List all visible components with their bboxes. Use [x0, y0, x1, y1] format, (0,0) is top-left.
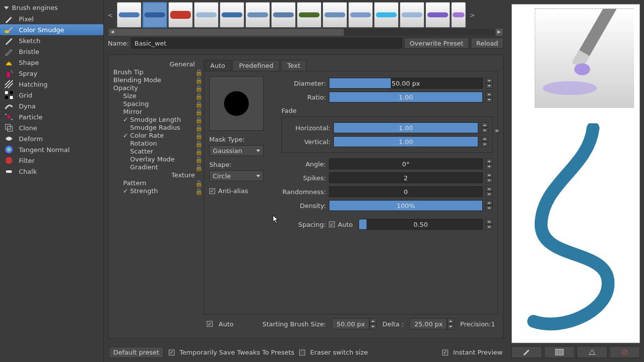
- tree-item-scatter[interactable]: Scatter🔒: [113, 147, 200, 155]
- clear-scratchpad-button[interactable]: [609, 346, 640, 358]
- ratio-slider[interactable]: 1.00: [329, 92, 483, 103]
- tree-item-pattern[interactable]: Pattern🔒: [113, 179, 200, 187]
- preset-thumb[interactable]: [322, 2, 347, 28]
- angle-slider[interactable]: 0°: [329, 158, 483, 169]
- sidebar-item-particle[interactable]: Particle: [0, 111, 103, 122]
- sidebar-item-chalk[interactable]: Chalk: [0, 166, 103, 177]
- sidebar-item-color-smudge[interactable]: Color Smudge: [0, 24, 103, 35]
- tree-item-smudge-length[interactable]: ✓Smudge Length🔒: [113, 115, 200, 123]
- preset-thumb[interactable]: [348, 2, 373, 28]
- sidebar-item-spray[interactable]: Spray: [0, 68, 103, 79]
- sidebar-item-deform[interactable]: Deform: [0, 133, 103, 144]
- tab-text[interactable]: Text: [281, 60, 307, 71]
- sidebar-item-shape[interactable]: Shape: [0, 57, 103, 68]
- default-preset-button[interactable]: Default preset: [109, 347, 164, 358]
- horizontal-spinner[interactable]: [481, 122, 488, 133]
- spacing-auto-checkbox[interactable]: [329, 221, 335, 227]
- tree-item-brush-tip[interactable]: Brush Tip🔒: [113, 68, 200, 76]
- tree-item-mirror[interactable]: Mirror🔒: [113, 107, 200, 115]
- diameter-slider[interactable]: 50.00 px: [329, 78, 483, 89]
- preset-name-input[interactable]: [131, 38, 402, 49]
- preset-thumb[interactable]: [425, 2, 450, 28]
- preset-thumb[interactable]: [245, 2, 270, 28]
- spikes-spinner[interactable]: [486, 172, 493, 183]
- spacing-slider[interactable]: 0.50: [359, 219, 483, 230]
- param-spacing: Spacing: Auto 0.50: [281, 217, 493, 231]
- sidebar-item-tangent-normal[interactable]: Tangent Normal: [0, 144, 103, 155]
- starting-brush-size-input[interactable]: [332, 318, 369, 329]
- particle-icon: [4, 112, 14, 122]
- tree-section-general[interactable]: General: [113, 60, 200, 68]
- sidebar-item-filter[interactable]: Filter: [0, 155, 103, 166]
- mask-type-dropdown[interactable]: Gaussian: [209, 145, 264, 156]
- density-spinner[interactable]: [486, 200, 493, 211]
- tree-item-rotation[interactable]: Rotation🔒: [113, 139, 200, 147]
- sidebar-item-sketch[interactable]: Sketch: [0, 35, 103, 46]
- preset-prev-button[interactable]: <: [106, 11, 115, 19]
- preset-thumb[interactable]: [271, 2, 296, 28]
- tree-item-color-rate[interactable]: ✓Color Rate🔒: [113, 131, 200, 139]
- preset-thumb[interactable]: [400, 2, 424, 28]
- precision-auto-checkbox[interactable]: [207, 321, 213, 327]
- bottom-toolbar: Default preset Temporarily Save Tweaks T…: [104, 343, 507, 362]
- scroll-right-arrow-icon[interactable]: ▸: [496, 29, 503, 36]
- sidebar-item-pixel[interactable]: Pixel: [0, 13, 103, 24]
- randomness-spinner[interactable]: [486, 186, 493, 197]
- sbs-spinner[interactable]: [369, 318, 376, 329]
- vertical-spinner[interactable]: [481, 136, 488, 147]
- fill-gradient-button[interactable]: [544, 346, 575, 358]
- tree-item-overlay-mode[interactable]: Overlay Mode🔒: [113, 155, 200, 163]
- tree-item-blending-mode[interactable]: Blending Mode🔒: [113, 76, 200, 84]
- preset-thumb[interactable]: [168, 2, 193, 28]
- antialias-checkbox-row[interactable]: Anti-alias: [209, 187, 274, 195]
- fill-brush-button[interactable]: [511, 346, 542, 358]
- preset-thumb[interactable]: [194, 2, 219, 28]
- tree-section-texture[interactable]: Texture: [113, 171, 200, 179]
- ratio-spinner[interactable]: [486, 92, 493, 103]
- preset-thumb[interactable]: [220, 2, 244, 28]
- tree-item-opacity[interactable]: Opacity🔒: [113, 84, 200, 92]
- diameter-spinner[interactable]: [486, 78, 493, 89]
- sidebar-item-label: Pixel: [19, 15, 34, 23]
- overwrite-preset-button[interactable]: Overwrite Preset: [404, 38, 469, 49]
- sidebar-item-grid[interactable]: Grid: [0, 90, 103, 101]
- temp-save-checkbox[interactable]: [169, 350, 175, 356]
- delta-spinner[interactable]: [447, 318, 454, 329]
- preset-thumb[interactable]: [451, 2, 466, 28]
- reload-preset-button[interactable]: Reload: [471, 38, 504, 49]
- vertical-slider[interactable]: 1.00: [333, 136, 478, 147]
- tree-item-gradient[interactable]: Gradient🔒: [113, 163, 200, 171]
- density-slider[interactable]: 100%: [329, 200, 483, 211]
- angle-spinner[interactable]: [486, 158, 493, 169]
- sidebar-item-hatching[interactable]: Hatching: [0, 79, 103, 90]
- tree-item-smudge-radius[interactable]: Smudge Radius🔒: [113, 123, 200, 131]
- spikes-slider[interactable]: 2: [329, 172, 483, 183]
- tree-item-size[interactable]: Size🔒: [113, 92, 200, 100]
- shape-dropdown[interactable]: Circle: [209, 170, 264, 181]
- randomness-slider[interactable]: 0: [329, 186, 483, 197]
- fill-background-button[interactable]: [577, 346, 607, 358]
- sidebar-item-dyna[interactable]: Dyna: [0, 101, 103, 111]
- instant-preview-checkbox[interactable]: [442, 350, 448, 356]
- delta-input[interactable]: [410, 318, 447, 329]
- preset-scrollbar[interactable]: ◂ ▸: [116, 29, 496, 36]
- preset-next-button[interactable]: >: [468, 11, 477, 19]
- sidebar-item-clone[interactable]: Clone: [0, 122, 103, 133]
- preset-thumb[interactable]: [142, 2, 167, 28]
- tab-auto[interactable]: Auto: [204, 60, 231, 71]
- preset-thumb[interactable]: [297, 2, 322, 28]
- spacing-spinner[interactable]: [486, 219, 493, 230]
- sidebar-item-bristle[interactable]: Bristle: [0, 46, 103, 57]
- scratchpad-canvas[interactable]: [511, 4, 640, 343]
- preset-thumb[interactable]: [374, 2, 399, 28]
- svg-point-9: [5, 114, 7, 115]
- link-icon[interactable]: ⚭: [494, 127, 501, 145]
- horizontal-slider[interactable]: 1.00: [333, 122, 478, 133]
- tab-predefined[interactable]: Predefined: [232, 60, 280, 71]
- eraser-switch-checkbox[interactable]: [299, 350, 305, 356]
- tree-item-strength[interactable]: ✓Strength🔒: [113, 187, 200, 195]
- preset-thumb[interactable]: [117, 2, 141, 28]
- scrollbar-thumb[interactable]: [116, 29, 344, 36]
- scroll-left-arrow-icon[interactable]: ◂: [109, 29, 116, 36]
- tree-item-spacing[interactable]: Spacing🔒: [113, 100, 200, 107]
